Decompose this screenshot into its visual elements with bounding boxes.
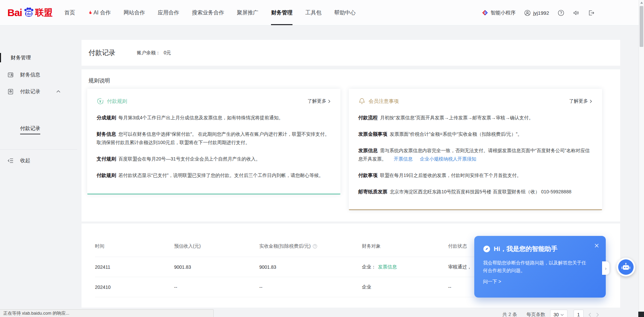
rule-item: 分成规则每月第3或4个工作日产出上月分成信息及发票信息，如有特殊情况将提前通知。 <box>97 114 331 122</box>
rule-item: 支付规则百度联盟会在每月20号—31号支付企业会员上个自然月产生的收入。 <box>97 155 331 163</box>
rule-item: 发票金额事项发票票面“价税合计”金额=系统中“实收金额（扣除税费后/元）”。 <box>358 130 593 138</box>
assistant-popup-header: Hi，我是您的智能助手 <box>483 245 597 253</box>
nav-item-help-center[interactable]: 帮助中心 <box>328 0 362 25</box>
total-count: 共 2 条 <box>502 312 517 317</box>
col-estimated-income: 预估收入(元) <box>174 243 259 249</box>
col-finance-object: 财务对象 <box>362 243 448 249</box>
cell-estimated: 9001.83 <box>174 264 259 270</box>
cell-finance-object: 企业 <box>362 284 448 290</box>
nav-item-toolkit[interactable]: 工具包 <box>299 0 328 25</box>
balance-value: 0元 <box>164 50 171 56</box>
sidebar-item-payment-records[interactable]: 付款记录 <box>0 87 72 96</box>
logo-bai-text: Bai <box>7 7 22 18</box>
browser-status-bar: 正在等待 xlab.baidu.com 的响应... <box>0 309 214 317</box>
user-icon <box>524 10 531 16</box>
svg-text:du: du <box>27 12 31 16</box>
top-navigation: Bai du 联盟 首页 AI 合作 网站合作 应用合作 <box>0 0 644 25</box>
nav-item-search[interactable]: 搜索业务合作 <box>185 0 230 25</box>
member-notice-body: 付款流程月初按“发票信息”页面开具发票→上传发票→邮寄发票→审核→确认支付。 发… <box>349 105 602 196</box>
sidebar-item-finance-info[interactable]: 财务信息 <box>0 70 72 79</box>
chevron-right-icon <box>328 100 330 103</box>
user-account[interactable]: jyj1992 <box>524 10 549 16</box>
sidebar-group-finance-management: 财务管理 <box>0 53 31 62</box>
next-page-icon[interactable] <box>596 313 599 317</box>
per-page-label: 每页条数 <box>527 312 545 317</box>
nav-item-finance[interactable]: 财务管理 <box>265 0 299 25</box>
cell-received: 9001.83 <box>259 264 362 270</box>
rule-item: 付款规则若付款状态显示“已支付”，说明联盟已安排了您的付款。支付后三个工作日内到… <box>97 171 331 180</box>
rule-item: 发票信息需与系统内发票信息内容完全一致，否则无法支付。请根据发票信息页面中“百度… <box>358 146 593 163</box>
question-circle-icon[interactable] <box>313 244 317 249</box>
smart-miniapp-entry[interactable]: 智能小程序 <box>482 10 516 16</box>
payment-rules-more-link[interactable]: 了解更多 <box>308 98 330 104</box>
close-icon[interactable] <box>594 243 599 248</box>
miniapp-icon <box>482 10 488 16</box>
member-notice-more-link[interactable]: 了解更多 <box>569 98 592 104</box>
payment-rules-card-header: 付款规则 了解更多 <box>87 89 340 105</box>
cell-finance-object: 企业： 发票信息 <box>362 264 448 270</box>
rule-item: 邮寄纸质发票北京市海淀区西北旺东路10号院百度科技园5号楼 百度联盟财务组（收）… <box>358 188 593 196</box>
robot-icon <box>618 259 634 275</box>
balance-label: 账户余额： <box>137 50 160 56</box>
sidebar: 财务管理 财务信息 付款记录 付款记录 <box>0 25 82 317</box>
assistant-title: Hi，我是您的智能助手 <box>494 245 557 253</box>
ask-now-link[interactable]: 问一下 > <box>483 279 501 285</box>
payment-rules-card: 付款规则 了解更多 分成规则每月第3或4个工作日产出上月分成信息及发票信息，如有… <box>87 89 340 194</box>
account-balance: 账户余额： 0元 <box>137 50 171 56</box>
member-notice-card: 会员注意事项 了解更多 付款流程月初按“发票信息”页面开具发票→上传发票→邮寄发… <box>349 89 602 210</box>
page-number-1[interactable]: 1 <box>574 310 584 317</box>
baidu-union-logo[interactable]: Bai du 联盟 <box>7 6 53 19</box>
logout-icon[interactable] <box>588 10 594 16</box>
rule-item: 财务信息您可以在财务信息中选择“保留付款”。 在此期间您产生的收入将在账户内进行… <box>97 130 331 147</box>
baidu-paw-icon: du <box>22 6 35 19</box>
collapse-icon <box>7 158 14 163</box>
assistant-popup: Hi，我是您的智能助手 我会帮助您诊断合作链路问题，以及解答您关于任何合作相关的… <box>474 236 606 298</box>
scrollbar[interactable] <box>639 0 644 317</box>
assistant-message: 我会帮助您诊断合作链路问题，以及解答您关于任何合作相关的问题。 <box>483 259 587 274</box>
chevron-up-icon[interactable] <box>56 90 60 93</box>
invoice-info-link[interactable]: 开票信息 <box>394 156 413 162</box>
screen-corner-artifact <box>638 312 644 317</box>
baidu-union-finance-page: Bai du 联盟 首页 AI 合作 网站合作 应用合作 <box>0 0 644 317</box>
cell-estimated: -- <box>174 284 259 290</box>
sound-icon[interactable] <box>573 10 579 16</box>
nav-item-home[interactable]: 首页 <box>58 0 82 25</box>
small-taxpayer-notice-link[interactable]: 企业小规模纳税人开票须知 <box>420 156 476 162</box>
cell-time: 202410 <box>95 284 174 290</box>
rules-section-card: 规则说明 付款规则 了解更多 分成规则每月第3或4个工作日产出上月分 <box>82 69 620 221</box>
cell-time: 202411 <box>95 264 174 270</box>
sidebar-collapse-button[interactable]: 收起 <box>0 156 72 165</box>
rule-item: 付款流程月初按“发票信息”页面开具发票→上传发票→邮寄发票→审核→确认支付。 <box>358 114 593 122</box>
per-page-select[interactable]: 30 <box>550 310 568 317</box>
logo-union-text: 联盟 <box>35 7 53 18</box>
cell-received: -- <box>259 284 362 290</box>
member-notice-card-header: 会员注意事项 了解更多 <box>349 89 602 105</box>
assistant-avatar-button[interactable] <box>616 258 635 276</box>
nav-item-screen[interactable]: 聚屏推广 <box>230 0 265 25</box>
col-received-amount: 实收金额(扣除税费后/元) <box>259 243 362 249</box>
pagination: 共 2 条 每页条数 30 1 <box>502 310 599 317</box>
nav-right-cluster: 智能小程序 jyj1992 <box>482 0 594 25</box>
scroll-up-arrow-icon[interactable] <box>640 2 643 4</box>
sidebar-subitem-payment-records[interactable]: 付款记录 <box>20 125 40 134</box>
page-header-card: 付款记录 账户余额： 0元 <box>82 40 620 66</box>
rules-section-title: 规则说明 <box>89 77 110 84</box>
chevron-right-icon <box>590 100 592 103</box>
payment-rule-icon <box>97 98 104 105</box>
nav-menu: 首页 AI 合作 网站合作 应用合作 搜索业务合作 聚屏推广 财务管理 工具包 … <box>58 0 362 25</box>
finance-info-icon <box>7 72 14 78</box>
popup-collapse-tab[interactable]: › <box>602 261 609 275</box>
payment-rules-title: 付款规则 <box>107 98 127 105</box>
prev-page-icon[interactable] <box>588 313 591 317</box>
status-text: 正在等待 xlab.baidu.com 的响应... <box>3 311 69 316</box>
nav-item-ai[interactable]: AI 合作 <box>82 0 117 25</box>
nav-item-website[interactable]: 网站合作 <box>117 0 151 25</box>
invoice-info-table-link[interactable]: 发票信息 <box>378 264 397 270</box>
member-notice-title: 会员注意事项 <box>369 98 399 105</box>
compass-icon <box>483 245 490 253</box>
rule-item: 付款事项联盟在每月19日之后签收的发票，付款时间安排在下个月首批支付。 <box>358 171 593 180</box>
scrollbar-thumb[interactable] <box>640 6 643 47</box>
nav-item-app[interactable]: 应用合作 <box>151 0 185 25</box>
help-icon[interactable] <box>558 10 564 16</box>
member-notice-bell-icon <box>358 98 366 105</box>
